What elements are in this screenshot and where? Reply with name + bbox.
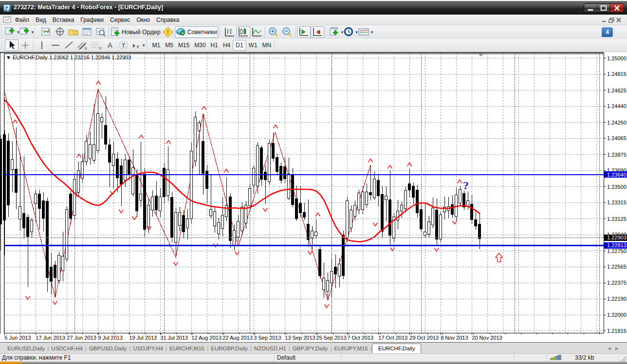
svg-text:22 Aug 2013: 22 Aug 2013 bbox=[222, 335, 253, 341]
svg-text:31 Jul 2013: 31 Jul 2013 bbox=[160, 335, 188, 341]
svg-text:27 Jun 2013: 27 Jun 2013 bbox=[67, 335, 96, 341]
svg-text:1.22000: 1.22000 bbox=[607, 312, 627, 318]
svg-text:12 Aug 2013: 12 Aug 2013 bbox=[191, 335, 221, 341]
svg-text:?: ? bbox=[463, 179, 469, 192]
svg-text:1.24440: 1.24440 bbox=[607, 103, 627, 109]
svg-text:5 Jun 2013: 5 Jun 2013 bbox=[4, 335, 31, 341]
svg-text:1.23500: 1.23500 bbox=[607, 184, 627, 190]
svg-text:1.24250: 1.24250 bbox=[607, 120, 627, 126]
svg-text:17 Oct 2013: 17 Oct 2013 bbox=[378, 335, 407, 341]
svg-text:3 Sep 2013: 3 Sep 2013 bbox=[254, 335, 281, 341]
svg-text:29 Oct 2013: 29 Oct 2013 bbox=[409, 335, 439, 341]
svg-text:1.22903: 1.22903 bbox=[607, 235, 627, 240]
svg-text:F: F bbox=[99, 46, 102, 51]
svg-text:1.23875: 1.23875 bbox=[607, 152, 627, 158]
svg-text:8 Nov 2013: 8 Nov 2013 bbox=[441, 335, 468, 341]
svg-text:20 Nov 2013: 20 Nov 2013 bbox=[472, 335, 502, 341]
svg-text:7 Oct 2013: 7 Oct 2013 bbox=[347, 335, 373, 341]
svg-text:1.23315: 1.23315 bbox=[607, 200, 627, 205]
svg-text:1.24625: 1.24625 bbox=[607, 88, 627, 93]
svg-text:!: ! bbox=[167, 29, 169, 36]
svg-text:A: A bbox=[108, 41, 112, 49]
svg-text:25 Sep 2013: 25 Sep 2013 bbox=[316, 335, 346, 341]
svg-text:17 Jun 2013: 17 Jun 2013 bbox=[36, 335, 65, 341]
svg-text:1.22813: 1.22813 bbox=[607, 242, 627, 248]
svg-text:T: T bbox=[122, 42, 125, 48]
svg-text:1.23125: 1.23125 bbox=[607, 216, 627, 222]
svg-text:19 Jul 2013: 19 Jul 2013 bbox=[129, 335, 157, 341]
svg-text:1.25000: 1.25000 bbox=[607, 55, 627, 61]
svg-text:1.22375: 1.22375 bbox=[607, 280, 627, 286]
svg-text:1.23640: 1.23640 bbox=[607, 172, 627, 178]
svg-text:E: E bbox=[85, 46, 87, 51]
svg-text:1.22190: 1.22190 bbox=[607, 296, 627, 302]
svg-text:1.24815: 1.24815 bbox=[607, 71, 627, 77]
svg-text:1.21815: 1.21815 bbox=[607, 328, 627, 334]
svg-text:9 Jul 2013: 9 Jul 2013 bbox=[98, 335, 123, 341]
svg-text:1.22750: 1.22750 bbox=[607, 248, 627, 254]
svg-text:1.22565: 1.22565 bbox=[607, 264, 627, 270]
svg-text:▼ EURCHF,Daily 1.23062 1.2321: ▼ EURCHF,Daily 1.23062 1.23216 1.22846 1… bbox=[6, 55, 131, 60]
svg-text:13 Sep 2013: 13 Sep 2013 bbox=[285, 335, 315, 341]
svg-text:1.24065: 1.24065 bbox=[607, 135, 627, 141]
